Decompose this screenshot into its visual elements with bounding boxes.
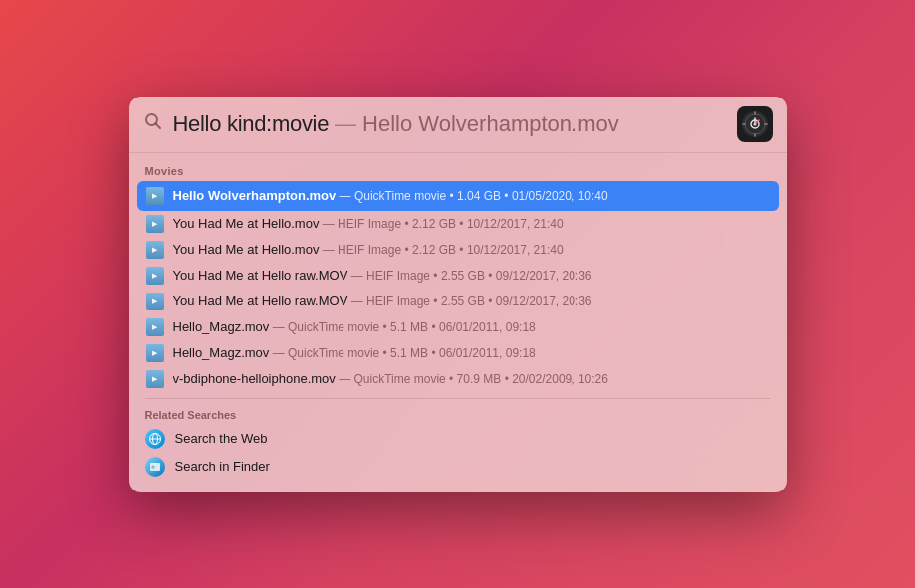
search-query: Hello kind:movie — [173, 111, 330, 137]
file-icon — [145, 292, 165, 311]
file-icon — [145, 317, 165, 337]
file-icon — [145, 186, 165, 206]
result-name: Hello Wolverhampton.mov — [173, 188, 337, 203]
section-divider — [145, 398, 771, 399]
search-web-label: Search the Web — [175, 431, 268, 446]
file-icon — [145, 240, 165, 260]
result-name: Hello_Magz.mov — [173, 319, 270, 334]
search-result-hint: Hello Wolverhampton.mov — [362, 111, 619, 137]
result-meta: — HEIF Image • 2.12 GB • 10/12/2017, 21:… — [319, 217, 563, 231]
quicktime-app-icon — [737, 106, 773, 142]
search-bar: Hello kind:movie — Hello Wolverhampton.m… — [129, 97, 787, 153]
result-name: Hello_Magz.mov — [173, 345, 270, 360]
result-name: You Had Me at Hello raw.MOV — [173, 294, 348, 308]
result-text: Hello_Magz.mov — QuickTime movie • 5.1 M… — [173, 345, 771, 360]
result-text: You Had Me at Hello raw.MOV — HEIF Image… — [173, 294, 771, 308]
result-item[interactable]: v-bdiphone-helloiphone.mov — QuickTime m… — [137, 366, 779, 392]
search-text-area[interactable]: Hello kind:movie — Hello Wolverhampton.m… — [173, 111, 727, 137]
movies-section-label: Movies — [129, 161, 787, 181]
search-finder-label: Search in Finder — [175, 459, 270, 474]
file-icon — [145, 343, 165, 363]
result-item[interactable]: Hello Wolverhampton.mov — QuickTime movi… — [137, 181, 779, 211]
search-separator: — — [335, 111, 356, 137]
spotlight-window: Hello kind:movie — Hello Wolverhampton.m… — [129, 97, 787, 492]
result-item[interactable]: You Had Me at Hello raw.MOV — HEIF Image… — [137, 289, 779, 314]
result-text: Hello_Magz.mov — QuickTime movie • 5.1 M… — [173, 319, 771, 334]
result-text: You Had Me at Hello.mov — HEIF Image • 2… — [173, 216, 771, 231]
search-icon — [143, 111, 163, 136]
result-meta: — HEIF Image • 2.12 GB • 10/12/2017, 21:… — [319, 243, 563, 257]
search-finder-item[interactable]: Search in Finder — [129, 453, 787, 481]
result-meta: — HEIF Image • 2.55 GB • 09/12/2017, 20:… — [347, 294, 591, 308]
result-item[interactable]: Hello_Magz.mov — QuickTime movie • 5.1 M… — [137, 340, 779, 366]
file-icon — [145, 369, 165, 389]
search-web-item[interactable]: Search the Web — [129, 425, 787, 453]
result-text: You Had Me at Hello raw.MOV — HEIF Image… — [173, 268, 771, 283]
result-name: You Had Me at Hello raw.MOV — [173, 268, 348, 283]
finder-icon — [145, 457, 165, 477]
result-item[interactable]: You Had Me at Hello.mov — HEIF Image • 2… — [137, 237, 779, 263]
result-text: You Had Me at Hello.mov — HEIF Image • 2… — [173, 242, 771, 257]
result-item[interactable]: Hello_Magz.mov — QuickTime movie • 5.1 M… — [137, 314, 779, 340]
related-section-label: Related Searches — [129, 405, 787, 425]
result-meta: — HEIF Image • 2.55 GB • 09/12/2017, 20:… — [347, 269, 591, 283]
result-item[interactable]: You Had Me at Hello.mov — HEIF Image • 2… — [137, 211, 779, 237]
result-name: v-bdiphone-helloiphone.mov — [173, 371, 336, 386]
result-meta: — QuickTime movie • 70.9 MB • 20/02/2009… — [336, 372, 608, 386]
result-text: Hello Wolverhampton.mov — QuickTime movi… — [173, 188, 771, 203]
svg-line-1 — [155, 124, 160, 129]
file-icon — [145, 266, 165, 286]
search-web-icon — [145, 429, 165, 449]
result-name: You Had Me at Hello.mov — [173, 242, 320, 257]
result-text: v-bdiphone-helloiphone.mov — QuickTime m… — [173, 371, 771, 386]
result-meta: — QuickTime movie • 1.04 GB • 01/05/2020… — [336, 189, 607, 203]
result-meta: — QuickTime movie • 5.1 MB • 06/01/2011,… — [269, 346, 535, 360]
svg-point-18 — [152, 466, 153, 467]
results-area: Movies Hello Wolverhampton.mov — QuickTi… — [129, 153, 787, 492]
result-meta: — QuickTime movie • 5.1 MB • 06/01/2011,… — [269, 320, 535, 334]
result-name: You Had Me at Hello.mov — [173, 216, 320, 231]
file-icon — [145, 214, 165, 234]
result-item[interactable]: You Had Me at Hello raw.MOV — HEIF Image… — [137, 263, 779, 289]
